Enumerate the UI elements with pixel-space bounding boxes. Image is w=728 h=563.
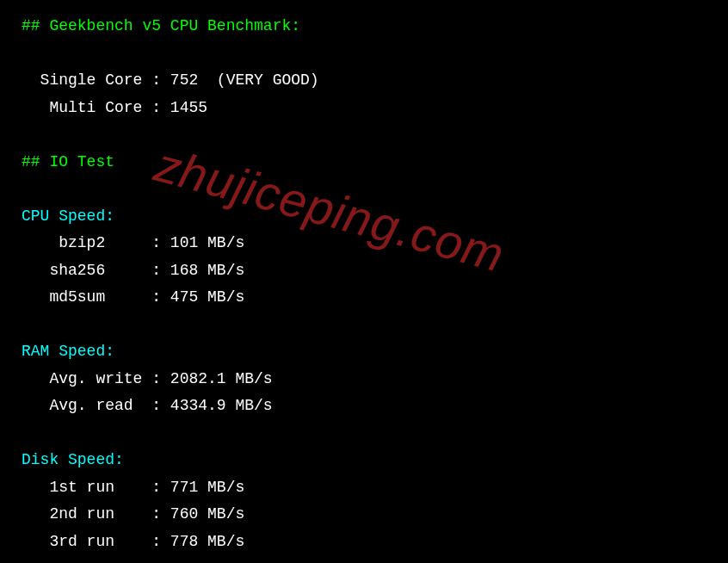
bzip2-value: 101 MB/s <box>170 234 244 251</box>
ram-speed-header: RAM Speed: <box>22 338 706 366</box>
sha256-row: sha256 : 168 MB/s <box>22 257 706 285</box>
sha256-value: 168 MB/s <box>170 262 244 279</box>
disk-run2-row: 2nd run : 760 MB/s <box>22 501 706 529</box>
single-core-row: Single Core : 752 (VERY GOOD) <box>22 67 706 95</box>
ram-read-label: Avg. read : <box>22 397 170 414</box>
sha256-label: sha256 : <box>22 262 170 279</box>
disk-run1-label: 1st run : <box>22 479 170 496</box>
cpu-speed-header: CPU Speed: <box>22 203 706 231</box>
ram-write-value: 2082.1 MB/s <box>170 370 273 387</box>
bzip2-label: bzip2 : <box>22 234 170 251</box>
multi-core-value: 1455 <box>170 99 207 116</box>
disk-run2-label: 2nd run : <box>22 505 170 523</box>
bzip2-row: bzip2 : 101 MB/s <box>22 230 706 257</box>
disk-run3-row: 3rd run : 778 MB/s <box>22 529 706 556</box>
disk-run1-row: 1st run : 771 MB/s <box>22 474 706 502</box>
blank-line <box>22 420 706 448</box>
single-core-value: 752 (VERY GOOD) <box>170 71 319 89</box>
ram-write-label: Avg. write : <box>22 370 170 387</box>
multi-core-label: Multi Core : <box>22 99 170 116</box>
blank-line <box>22 40 706 68</box>
ram-read-row: Avg. read : 4334.9 MB/s <box>22 393 706 420</box>
disk-run1-value: 771 MB/s <box>170 479 244 496</box>
ram-write-row: Avg. write : 2082.1 MB/s <box>22 366 706 393</box>
disk-run3-label: 3rd run : <box>22 533 170 550</box>
ram-read-value: 4334.9 MB/s <box>170 397 273 414</box>
geekbench-header: ## Geekbench v5 CPU Benchmark: <box>22 13 706 40</box>
single-core-label: Single Core : <box>22 71 170 89</box>
blank-line <box>22 312 706 339</box>
disk-run2-value: 760 MB/s <box>170 505 244 523</box>
md5sum-label: md5sum : <box>22 288 170 306</box>
disk-separator: ----------------------- <box>22 555 706 563</box>
io-test-header: ## IO Test <box>22 149 706 176</box>
md5sum-value: 475 MB/s <box>170 288 244 306</box>
md5sum-row: md5sum : 475 MB/s <box>22 284 706 312</box>
disk-speed-header: Disk Speed: <box>22 447 706 474</box>
blank-line <box>22 121 706 149</box>
multi-core-row: Multi Core : 1455 <box>22 95 706 122</box>
disk-run3-value: 778 MB/s <box>170 533 244 550</box>
blank-line <box>22 176 706 203</box>
